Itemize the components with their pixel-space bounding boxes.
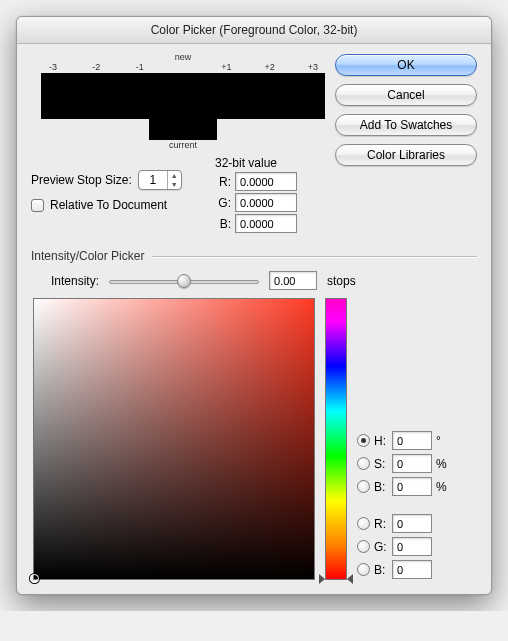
- saturation-brightness-picker[interactable]: [33, 298, 315, 580]
- relative-to-document-checkbox[interactable]: [31, 199, 44, 212]
- b-unit: %: [436, 480, 450, 494]
- dialog-content: new -3 -2 -1 +1 +2 +3 current: [17, 44, 491, 580]
- s-input[interactable]: [392, 454, 432, 473]
- h-label: H:: [374, 434, 388, 448]
- intensity-input[interactable]: [269, 271, 317, 290]
- hue-radio[interactable]: [357, 434, 370, 447]
- red-radio[interactable]: [357, 517, 370, 530]
- dialog-title: Color Picker (Foreground Color, 32-bit): [17, 17, 491, 44]
- add-to-swatches-button[interactable]: Add To Swatches: [335, 114, 477, 136]
- rgb-g-label: G:: [374, 540, 388, 554]
- ruler-tick: +1: [214, 62, 238, 72]
- bit32-r-input[interactable]: [235, 172, 297, 191]
- new-color-strip[interactable]: [41, 73, 325, 119]
- ruler-tick: -1: [128, 62, 152, 72]
- stepper-up-icon[interactable]: ▲: [168, 171, 181, 180]
- saturation-radio[interactable]: [357, 457, 370, 470]
- green-radio[interactable]: [357, 540, 370, 553]
- stop-ruler: -3 -2 -1 +1 +2 +3: [35, 62, 331, 72]
- slider-thumb[interactable]: [177, 274, 191, 288]
- bit32-heading: 32-bit value: [215, 156, 335, 170]
- cancel-button[interactable]: Cancel: [335, 84, 477, 106]
- bit32-g-input[interactable]: [235, 193, 297, 212]
- ruler-tick: -2: [84, 62, 108, 72]
- current-label: current: [35, 140, 331, 150]
- relative-to-document-label: Relative To Document: [50, 198, 167, 212]
- s-label: S:: [374, 457, 388, 471]
- rgb-b-label: B:: [374, 563, 388, 577]
- blue-radio[interactable]: [357, 563, 370, 576]
- bit32-r-label: R:: [215, 175, 231, 189]
- bit32-b-input[interactable]: [235, 214, 297, 233]
- s-unit: %: [436, 457, 450, 471]
- rgb-r-label: R:: [374, 517, 388, 531]
- intensity-section-heading: Intensity/Color Picker: [31, 249, 144, 263]
- ruler-tick: -3: [41, 62, 65, 72]
- h-unit: °: [436, 434, 450, 448]
- brightness-radio[interactable]: [357, 480, 370, 493]
- intensity-label: Intensity:: [51, 274, 99, 288]
- ok-button[interactable]: OK: [335, 54, 477, 76]
- rgb-b-input[interactable]: [392, 560, 432, 579]
- section-divider: [152, 256, 477, 257]
- ruler-tick: +3: [301, 62, 325, 72]
- hue-thumb-right-icon: [347, 574, 353, 584]
- preview-stop-size-value: 1: [139, 173, 167, 187]
- h-input[interactable]: [392, 431, 432, 450]
- hue-slider[interactable]: [325, 298, 347, 580]
- preview-stop-size-stepper[interactable]: 1 ▲ ▼: [138, 170, 182, 190]
- ruler-tick: +2: [258, 62, 282, 72]
- rgb-r-input[interactable]: [392, 514, 432, 533]
- ruler-tick: [171, 62, 195, 72]
- b-input[interactable]: [392, 477, 432, 496]
- color-libraries-button[interactable]: Color Libraries: [335, 144, 477, 166]
- hue-thumb-left-icon: [319, 574, 325, 584]
- stepper-down-icon[interactable]: ▼: [168, 180, 181, 189]
- color-picker-dialog: Color Picker (Foreground Color, 32-bit) …: [16, 16, 492, 595]
- bit32-g-label: G:: [215, 196, 231, 210]
- preview-stop-size-label: Preview Stop Size:: [31, 173, 132, 187]
- b-label: B:: [374, 480, 388, 494]
- new-label: new: [35, 52, 331, 62]
- rgb-g-input[interactable]: [392, 537, 432, 556]
- picker-cursor-icon: [30, 574, 39, 583]
- intensity-slider[interactable]: [109, 273, 259, 289]
- current-color-swatch[interactable]: [149, 118, 217, 140]
- intensity-unit: stops: [327, 274, 356, 288]
- bit32-b-label: B:: [215, 217, 231, 231]
- preview-area: new -3 -2 -1 +1 +2 +3 current: [31, 52, 335, 150]
